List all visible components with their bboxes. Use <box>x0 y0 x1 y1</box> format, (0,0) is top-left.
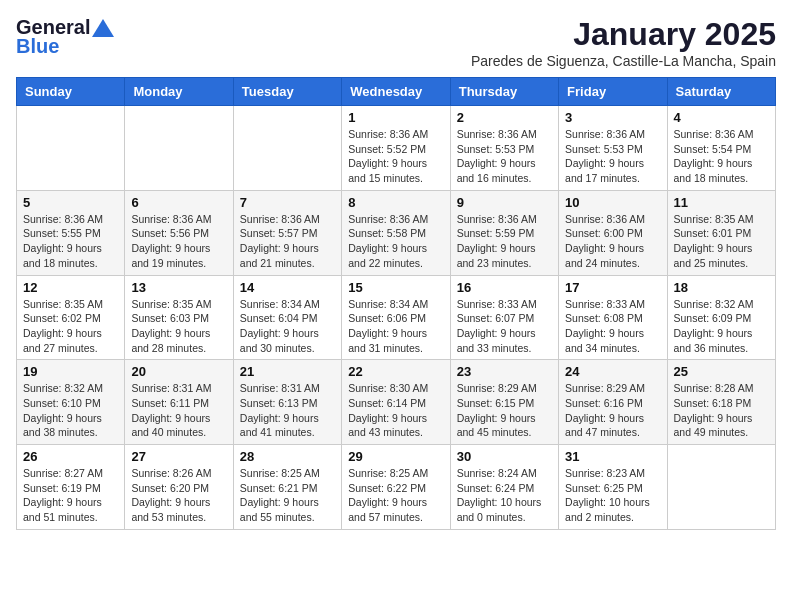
calendar-day-11: 11Sunrise: 8:35 AM Sunset: 6:01 PM Dayli… <box>667 190 775 275</box>
day-number: 31 <box>565 449 660 464</box>
day-info: Sunrise: 8:26 AM Sunset: 6:20 PM Dayligh… <box>131 466 226 525</box>
day-info: Sunrise: 8:32 AM Sunset: 6:10 PM Dayligh… <box>23 381 118 440</box>
calendar-day-2: 2Sunrise: 8:36 AM Sunset: 5:53 PM Daylig… <box>450 106 558 191</box>
calendar-day-13: 13Sunrise: 8:35 AM Sunset: 6:03 PM Dayli… <box>125 275 233 360</box>
day-number: 11 <box>674 195 769 210</box>
day-number: 13 <box>131 280 226 295</box>
calendar-week-row: 12Sunrise: 8:35 AM Sunset: 6:02 PM Dayli… <box>17 275 776 360</box>
day-number: 25 <box>674 364 769 379</box>
calendar-week-row: 5Sunrise: 8:36 AM Sunset: 5:55 PM Daylig… <box>17 190 776 275</box>
day-info: Sunrise: 8:36 AM Sunset: 5:55 PM Dayligh… <box>23 212 118 271</box>
calendar-week-row: 26Sunrise: 8:27 AM Sunset: 6:19 PM Dayli… <box>17 445 776 530</box>
calendar-day-9: 9Sunrise: 8:36 AM Sunset: 5:59 PM Daylig… <box>450 190 558 275</box>
calendar-day-8: 8Sunrise: 8:36 AM Sunset: 5:58 PM Daylig… <box>342 190 450 275</box>
calendar-title: January 2025 <box>471 16 776 53</box>
day-number: 6 <box>131 195 226 210</box>
calendar-day-16: 16Sunrise: 8:33 AM Sunset: 6:07 PM Dayli… <box>450 275 558 360</box>
day-number: 4 <box>674 110 769 125</box>
day-number: 3 <box>565 110 660 125</box>
day-number: 2 <box>457 110 552 125</box>
day-number: 17 <box>565 280 660 295</box>
calendar-day-29: 29Sunrise: 8:25 AM Sunset: 6:22 PM Dayli… <box>342 445 450 530</box>
day-number: 30 <box>457 449 552 464</box>
calendar-header-friday: Friday <box>559 78 667 106</box>
day-number: 14 <box>240 280 335 295</box>
calendar-empty-cell <box>17 106 125 191</box>
calendar-day-3: 3Sunrise: 8:36 AM Sunset: 5:53 PM Daylig… <box>559 106 667 191</box>
calendar-day-17: 17Sunrise: 8:33 AM Sunset: 6:08 PM Dayli… <box>559 275 667 360</box>
day-info: Sunrise: 8:30 AM Sunset: 6:14 PM Dayligh… <box>348 381 443 440</box>
svg-marker-0 <box>92 19 114 37</box>
calendar-day-6: 6Sunrise: 8:36 AM Sunset: 5:56 PM Daylig… <box>125 190 233 275</box>
calendar-day-4: 4Sunrise: 8:36 AM Sunset: 5:54 PM Daylig… <box>667 106 775 191</box>
calendar-day-19: 19Sunrise: 8:32 AM Sunset: 6:10 PM Dayli… <box>17 360 125 445</box>
calendar-empty-cell <box>667 445 775 530</box>
logo-blue-text: Blue <box>16 35 59 58</box>
day-info: Sunrise: 8:23 AM Sunset: 6:25 PM Dayligh… <box>565 466 660 525</box>
calendar-week-row: 1Sunrise: 8:36 AM Sunset: 5:52 PM Daylig… <box>17 106 776 191</box>
calendar-day-22: 22Sunrise: 8:30 AM Sunset: 6:14 PM Dayli… <box>342 360 450 445</box>
calendar-day-27: 27Sunrise: 8:26 AM Sunset: 6:20 PM Dayli… <box>125 445 233 530</box>
calendar-day-12: 12Sunrise: 8:35 AM Sunset: 6:02 PM Dayli… <box>17 275 125 360</box>
calendar-header-tuesday: Tuesday <box>233 78 341 106</box>
day-info: Sunrise: 8:25 AM Sunset: 6:21 PM Dayligh… <box>240 466 335 525</box>
day-info: Sunrise: 8:36 AM Sunset: 5:53 PM Dayligh… <box>457 127 552 186</box>
day-number: 29 <box>348 449 443 464</box>
calendar-table: SundayMondayTuesdayWednesdayThursdayFrid… <box>16 77 776 530</box>
calendar-empty-cell <box>233 106 341 191</box>
day-info: Sunrise: 8:36 AM Sunset: 5:56 PM Dayligh… <box>131 212 226 271</box>
day-number: 26 <box>23 449 118 464</box>
day-info: Sunrise: 8:32 AM Sunset: 6:09 PM Dayligh… <box>674 297 769 356</box>
day-info: Sunrise: 8:33 AM Sunset: 6:07 PM Dayligh… <box>457 297 552 356</box>
page-header: General Blue January 2025 Paredes de Sig… <box>16 16 776 69</box>
day-number: 19 <box>23 364 118 379</box>
calendar-header-wednesday: Wednesday <box>342 78 450 106</box>
day-number: 5 <box>23 195 118 210</box>
calendar-day-14: 14Sunrise: 8:34 AM Sunset: 6:04 PM Dayli… <box>233 275 341 360</box>
day-number: 18 <box>674 280 769 295</box>
calendar-day-25: 25Sunrise: 8:28 AM Sunset: 6:18 PM Dayli… <box>667 360 775 445</box>
title-section: January 2025 Paredes de Siguenza, Castil… <box>471 16 776 69</box>
calendar-day-23: 23Sunrise: 8:29 AM Sunset: 6:15 PM Dayli… <box>450 360 558 445</box>
calendar-day-24: 24Sunrise: 8:29 AM Sunset: 6:16 PM Dayli… <box>559 360 667 445</box>
calendar-day-30: 30Sunrise: 8:24 AM Sunset: 6:24 PM Dayli… <box>450 445 558 530</box>
day-info: Sunrise: 8:36 AM Sunset: 6:00 PM Dayligh… <box>565 212 660 271</box>
calendar-header-saturday: Saturday <box>667 78 775 106</box>
calendar-day-31: 31Sunrise: 8:23 AM Sunset: 6:25 PM Dayli… <box>559 445 667 530</box>
calendar-day-26: 26Sunrise: 8:27 AM Sunset: 6:19 PM Dayli… <box>17 445 125 530</box>
calendar-header-monday: Monday <box>125 78 233 106</box>
day-info: Sunrise: 8:29 AM Sunset: 6:16 PM Dayligh… <box>565 381 660 440</box>
calendar-day-10: 10Sunrise: 8:36 AM Sunset: 6:00 PM Dayli… <box>559 190 667 275</box>
calendar-header-thursday: Thursday <box>450 78 558 106</box>
logo-icon <box>92 19 114 37</box>
day-info: Sunrise: 8:34 AM Sunset: 6:04 PM Dayligh… <box>240 297 335 356</box>
day-number: 16 <box>457 280 552 295</box>
calendar-day-5: 5Sunrise: 8:36 AM Sunset: 5:55 PM Daylig… <box>17 190 125 275</box>
day-number: 15 <box>348 280 443 295</box>
day-info: Sunrise: 8:25 AM Sunset: 6:22 PM Dayligh… <box>348 466 443 525</box>
day-info: Sunrise: 8:35 AM Sunset: 6:03 PM Dayligh… <box>131 297 226 356</box>
calendar-day-7: 7Sunrise: 8:36 AM Sunset: 5:57 PM Daylig… <box>233 190 341 275</box>
day-info: Sunrise: 8:29 AM Sunset: 6:15 PM Dayligh… <box>457 381 552 440</box>
day-info: Sunrise: 8:36 AM Sunset: 5:59 PM Dayligh… <box>457 212 552 271</box>
calendar-header-sunday: Sunday <box>17 78 125 106</box>
calendar-day-21: 21Sunrise: 8:31 AM Sunset: 6:13 PM Dayli… <box>233 360 341 445</box>
day-number: 28 <box>240 449 335 464</box>
day-number: 9 <box>457 195 552 210</box>
day-info: Sunrise: 8:24 AM Sunset: 6:24 PM Dayligh… <box>457 466 552 525</box>
day-info: Sunrise: 8:27 AM Sunset: 6:19 PM Dayligh… <box>23 466 118 525</box>
day-number: 24 <box>565 364 660 379</box>
day-info: Sunrise: 8:36 AM Sunset: 5:52 PM Dayligh… <box>348 127 443 186</box>
day-info: Sunrise: 8:33 AM Sunset: 6:08 PM Dayligh… <box>565 297 660 356</box>
day-number: 22 <box>348 364 443 379</box>
day-number: 23 <box>457 364 552 379</box>
day-info: Sunrise: 8:35 AM Sunset: 6:01 PM Dayligh… <box>674 212 769 271</box>
day-info: Sunrise: 8:31 AM Sunset: 6:13 PM Dayligh… <box>240 381 335 440</box>
calendar-day-1: 1Sunrise: 8:36 AM Sunset: 5:52 PM Daylig… <box>342 106 450 191</box>
calendar-day-20: 20Sunrise: 8:31 AM Sunset: 6:11 PM Dayli… <box>125 360 233 445</box>
calendar-subtitle: Paredes de Siguenza, Castille-La Mancha,… <box>471 53 776 69</box>
day-number: 8 <box>348 195 443 210</box>
day-info: Sunrise: 8:34 AM Sunset: 6:06 PM Dayligh… <box>348 297 443 356</box>
day-info: Sunrise: 8:36 AM Sunset: 5:58 PM Dayligh… <box>348 212 443 271</box>
logo: General Blue <box>16 16 114 58</box>
